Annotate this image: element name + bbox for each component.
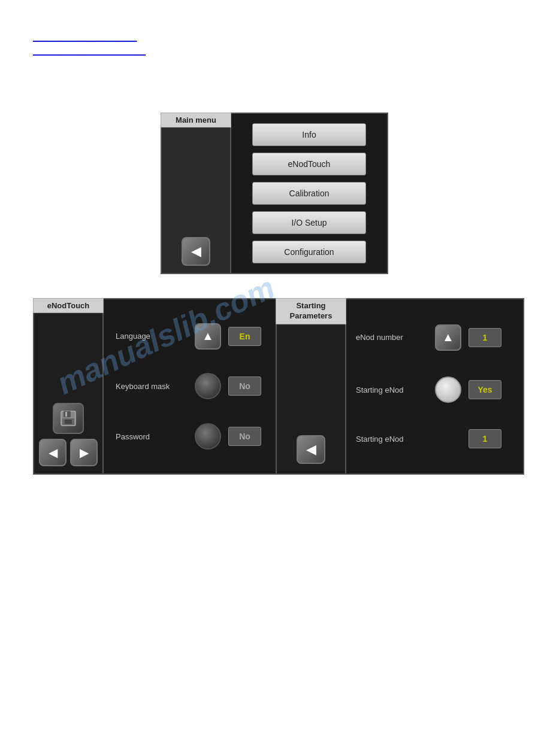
enod-left-panel: ◀ ▶	[33, 298, 104, 475]
starting-enod-value-label: Starting eNod	[356, 435, 428, 444]
keyboard-mask-label: Keyboard mask	[116, 382, 188, 391]
main-menu-back-button[interactable]: ◀	[182, 237, 210, 266]
keyboard-mask-value: No	[228, 377, 261, 396]
keyboard-mask-row: Keyboard mask No	[116, 373, 268, 399]
starting-params-right-panel: eNod number ▲ 1 Starting eNod Yes Starti…	[346, 298, 524, 475]
starting-params-back-button[interactable]: ◀	[297, 435, 325, 464]
starting-enod-toggle-row: Starting eNod Yes	[356, 377, 513, 403]
main-menu-left-panel: ◀	[161, 113, 231, 274]
top-links: ________________________ _______________…	[33, 33, 146, 60]
main-menu-label: Main menu	[161, 113, 231, 127]
starting-params-label: Starting Parameters	[276, 298, 346, 324]
svg-rect-2	[65, 412, 67, 417]
language-row: Language ▲ En	[116, 323, 268, 350]
enod-number-row: eNod number ▲ 1	[356, 324, 513, 351]
language-value: En	[228, 327, 261, 346]
starting-enod-value-row: Starting eNod 1	[356, 429, 513, 448]
password-label: Password	[116, 432, 188, 441]
starting-params-left-panel: ◀	[276, 298, 346, 475]
password-toggle[interactable]	[195, 423, 221, 450]
link-2[interactable]: __________________________	[33, 47, 146, 56]
starting-enod-number-value: 1	[468, 429, 501, 448]
menu-btn-configuration[interactable]: Configuration	[252, 241, 366, 263]
starting-enod-toggle[interactable]	[435, 377, 461, 403]
menu-btn-info[interactable]: Info	[252, 123, 366, 146]
next-button-enod[interactable]: ▶	[70, 439, 98, 466]
svg-rect-4	[65, 420, 72, 424]
enod-panel-container: ◀ ▶ Language ▲ En Keyboard mask No Passw…	[33, 298, 282, 475]
language-up-arrow[interactable]: ▲	[195, 323, 221, 350]
main-menu-container: ◀ Info eNodTouch Calibration I/O Setup C…	[161, 113, 388, 274]
main-menu-right-panel: Info eNodTouch Calibration I/O Setup Con…	[231, 113, 388, 274]
language-label: Language	[116, 332, 188, 341]
nav-buttons: ◀ ▶	[39, 439, 98, 466]
enod-right-panel: Language ▲ En Keyboard mask No Password …	[104, 298, 282, 475]
password-value: No	[228, 427, 261, 446]
save-button[interactable]	[53, 403, 84, 434]
enod-number-label: eNod number	[356, 333, 428, 342]
enod-number-up-arrow[interactable]: ▲	[435, 324, 461, 351]
link-1[interactable]: ________________________	[33, 33, 146, 42]
menu-btn-enodtouch[interactable]: eNodTouch	[252, 153, 366, 175]
back-button-enod[interactable]: ◀	[39, 439, 67, 466]
starting-enod-yes-value: Yes	[468, 380, 501, 399]
enod-number-value: 1	[468, 328, 501, 347]
starting-enod-label: Starting eNod	[356, 385, 428, 394]
enod-panel-label: eNodTouch	[33, 298, 104, 313]
menu-btn-calibration[interactable]: Calibration	[252, 182, 366, 205]
keyboard-mask-toggle[interactable]	[195, 373, 221, 399]
starting-params-container: ◀ eNod number ▲ 1 Starting eNod Yes Star…	[276, 298, 524, 475]
password-row: Password No	[116, 423, 268, 450]
menu-btn-io-setup[interactable]: I/O Setup	[252, 211, 366, 234]
